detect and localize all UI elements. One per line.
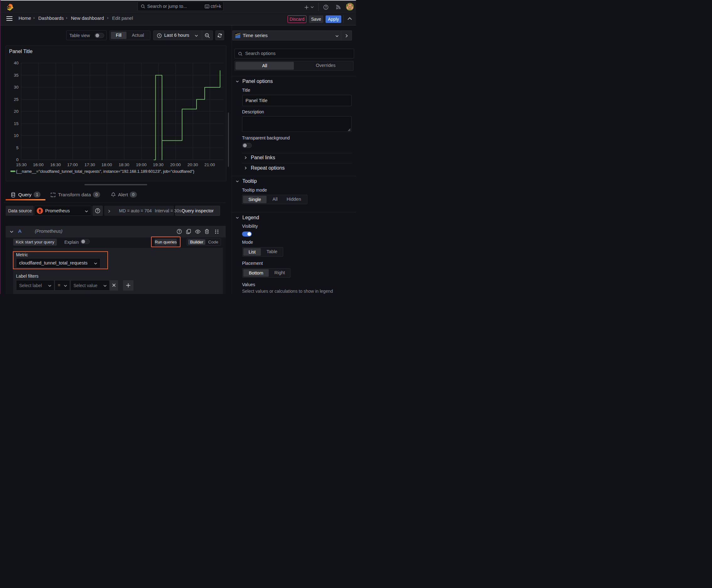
svg-text:25: 25 <box>14 97 19 102</box>
svg-text:20:30: 20:30 <box>188 162 198 167</box>
svg-text:15: 15 <box>14 121 19 126</box>
svg-text:5: 5 <box>16 145 19 150</box>
svg-text:0: 0 <box>16 158 19 162</box>
svg-text:20: 20 <box>14 109 19 114</box>
svg-text:{__name__="cloudflared_tunnel_: {__name__="cloudflared_tunnel_total_requ… <box>16 169 195 174</box>
svg-text:17:00: 17:00 <box>67 162 78 167</box>
svg-text:19:00: 19:00 <box>136 162 147 167</box>
svg-text:21:00: 21:00 <box>204 162 215 167</box>
svg-text:35: 35 <box>14 73 19 78</box>
svg-text:16:00: 16:00 <box>33 162 44 167</box>
svg-text:20:00: 20:00 <box>170 162 181 167</box>
svg-text:17:30: 17:30 <box>84 162 95 167</box>
svg-text:40: 40 <box>14 61 19 65</box>
svg-text:15:30: 15:30 <box>16 162 27 167</box>
svg-text:30: 30 <box>14 85 19 89</box>
svg-text:16:30: 16:30 <box>50 162 61 167</box>
svg-text:19:30: 19:30 <box>153 162 164 167</box>
svg-text:18:30: 18:30 <box>118 162 129 167</box>
svg-text:18:00: 18:00 <box>102 162 112 167</box>
svg-text:10: 10 <box>14 133 19 138</box>
